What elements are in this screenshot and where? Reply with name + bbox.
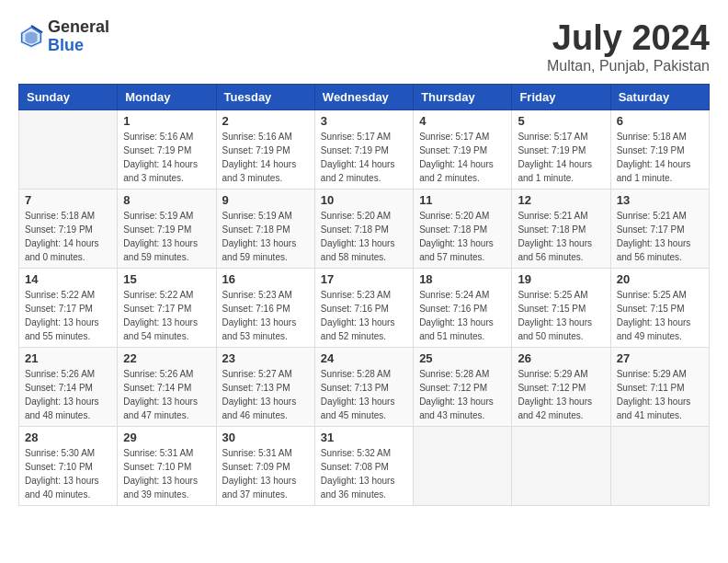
day-info: Sunrise: 5:29 AMSunset: 7:11 PMDaylight:… xyxy=(617,367,703,422)
day-info: Sunrise: 5:22 AMSunset: 7:17 PMDaylight:… xyxy=(25,288,111,343)
day-info: Sunrise: 5:26 AMSunset: 7:14 PMDaylight:… xyxy=(25,367,111,422)
calendar-cell xyxy=(610,427,709,506)
day-info: Sunrise: 5:18 AMSunset: 7:19 PMDaylight:… xyxy=(25,209,111,264)
calendar-week-2: 7Sunrise: 5:18 AMSunset: 7:19 PMDaylight… xyxy=(19,190,710,269)
calendar-cell: 22Sunrise: 5:26 AMSunset: 7:14 PMDayligh… xyxy=(118,348,216,427)
day-number: 20 xyxy=(617,272,703,286)
calendar-cell xyxy=(512,427,610,506)
calendar-cell: 9Sunrise: 5:19 AMSunset: 7:18 PMDaylight… xyxy=(216,190,314,269)
calendar-cell: 28Sunrise: 5:30 AMSunset: 7:10 PMDayligh… xyxy=(19,427,118,506)
day-info: Sunrise: 5:20 AMSunset: 7:18 PMDaylight:… xyxy=(321,209,407,264)
day-number: 10 xyxy=(321,193,407,207)
calendar-cell: 13Sunrise: 5:21 AMSunset: 7:17 PMDayligh… xyxy=(610,190,709,269)
day-number: 6 xyxy=(617,114,703,128)
day-number: 17 xyxy=(321,272,407,286)
day-number: 15 xyxy=(123,272,210,286)
logo-icon xyxy=(18,24,44,50)
calendar-cell: 1Sunrise: 5:16 AMSunset: 7:19 PMDaylight… xyxy=(118,110,216,190)
month-year-title: July 2024 xyxy=(547,18,710,58)
day-number: 1 xyxy=(123,114,210,128)
calendar-cell: 23Sunrise: 5:27 AMSunset: 7:13 PMDayligh… xyxy=(216,348,314,427)
day-info: Sunrise: 5:25 AMSunset: 7:15 PMDaylight:… xyxy=(617,288,703,343)
day-number: 9 xyxy=(222,193,309,207)
calendar-cell: 2Sunrise: 5:16 AMSunset: 7:19 PMDaylight… xyxy=(216,110,314,190)
col-monday: Monday xyxy=(118,85,216,110)
day-number: 3 xyxy=(321,114,407,128)
page-header: General Blue July 2024 Multan, Punjab, P… xyxy=(18,18,710,75)
day-number: 23 xyxy=(222,351,309,365)
day-info: Sunrise: 5:25 AMSunset: 7:15 PMDaylight:… xyxy=(518,288,604,343)
day-number: 22 xyxy=(123,351,210,365)
day-info: Sunrise: 5:30 AMSunset: 7:10 PMDaylight:… xyxy=(25,446,111,501)
day-info: Sunrise: 5:31 AMSunset: 7:10 PMDaylight:… xyxy=(123,446,210,501)
title-block: July 2024 Multan, Punjab, Pakistan xyxy=(547,18,710,75)
calendar-cell: 7Sunrise: 5:18 AMSunset: 7:19 PMDaylight… xyxy=(19,190,118,269)
day-info: Sunrise: 5:28 AMSunset: 7:13 PMDaylight:… xyxy=(321,367,407,422)
calendar-cell: 20Sunrise: 5:25 AMSunset: 7:15 PMDayligh… xyxy=(610,269,709,348)
logo: General Blue xyxy=(18,18,109,55)
day-number: 4 xyxy=(419,114,506,128)
day-info: Sunrise: 5:17 AMSunset: 7:19 PMDaylight:… xyxy=(419,130,506,185)
day-info: Sunrise: 5:17 AMSunset: 7:19 PMDaylight:… xyxy=(518,130,604,185)
calendar-cell: 17Sunrise: 5:23 AMSunset: 7:16 PMDayligh… xyxy=(314,269,413,348)
calendar-header-row: Sunday Monday Tuesday Wednesday Thursday… xyxy=(19,85,710,110)
day-number: 30 xyxy=(222,431,309,444)
day-info: Sunrise: 5:19 AMSunset: 7:18 PMDaylight:… xyxy=(222,209,309,264)
day-number: 18 xyxy=(419,272,506,286)
col-saturday: Saturday xyxy=(610,85,709,110)
day-number: 19 xyxy=(518,272,604,286)
calendar-cell: 3Sunrise: 5:17 AMSunset: 7:19 PMDaylight… xyxy=(314,110,413,190)
day-info: Sunrise: 5:24 AMSunset: 7:16 PMDaylight:… xyxy=(419,288,506,343)
day-info: Sunrise: 5:32 AMSunset: 7:08 PMDaylight:… xyxy=(321,446,407,501)
col-tuesday: Tuesday xyxy=(216,85,314,110)
calendar-cell xyxy=(19,110,118,190)
calendar-cell: 5Sunrise: 5:17 AMSunset: 7:19 PMDaylight… xyxy=(512,110,610,190)
day-number: 27 xyxy=(617,351,703,365)
day-number: 16 xyxy=(222,272,309,286)
calendar-cell: 12Sunrise: 5:21 AMSunset: 7:18 PMDayligh… xyxy=(512,190,610,269)
calendar-cell: 26Sunrise: 5:29 AMSunset: 7:12 PMDayligh… xyxy=(512,348,610,427)
day-number: 21 xyxy=(25,351,111,365)
day-info: Sunrise: 5:18 AMSunset: 7:19 PMDaylight:… xyxy=(617,130,703,185)
calendar-cell: 24Sunrise: 5:28 AMSunset: 7:13 PMDayligh… xyxy=(314,348,413,427)
day-number: 28 xyxy=(25,431,111,444)
calendar-cell: 27Sunrise: 5:29 AMSunset: 7:11 PMDayligh… xyxy=(610,348,709,427)
calendar-cell xyxy=(414,427,512,506)
calendar-cell: 4Sunrise: 5:17 AMSunset: 7:19 PMDaylight… xyxy=(414,110,512,190)
day-number: 13 xyxy=(617,193,703,207)
logo-text: General Blue xyxy=(48,18,109,55)
day-info: Sunrise: 5:16 AMSunset: 7:19 PMDaylight:… xyxy=(222,130,309,185)
calendar-cell: 21Sunrise: 5:26 AMSunset: 7:14 PMDayligh… xyxy=(19,348,118,427)
day-number: 11 xyxy=(419,193,506,207)
calendar-week-4: 21Sunrise: 5:26 AMSunset: 7:14 PMDayligh… xyxy=(19,348,710,427)
col-friday: Friday xyxy=(512,85,610,110)
calendar-cell: 15Sunrise: 5:22 AMSunset: 7:17 PMDayligh… xyxy=(118,269,216,348)
day-number: 25 xyxy=(419,351,506,365)
day-info: Sunrise: 5:16 AMSunset: 7:19 PMDaylight:… xyxy=(123,130,210,185)
col-wednesday: Wednesday xyxy=(314,85,413,110)
calendar-cell: 16Sunrise: 5:23 AMSunset: 7:16 PMDayligh… xyxy=(216,269,314,348)
day-number: 2 xyxy=(222,114,309,128)
logo-blue-text: Blue xyxy=(48,37,109,55)
day-info: Sunrise: 5:31 AMSunset: 7:09 PMDaylight:… xyxy=(222,446,309,501)
calendar-cell: 11Sunrise: 5:20 AMSunset: 7:18 PMDayligh… xyxy=(414,190,512,269)
calendar-table: Sunday Monday Tuesday Wednesday Thursday… xyxy=(18,84,710,506)
calendar-cell: 19Sunrise: 5:25 AMSunset: 7:15 PMDayligh… xyxy=(512,269,610,348)
day-info: Sunrise: 5:28 AMSunset: 7:12 PMDaylight:… xyxy=(419,367,506,422)
logo-general-text: General xyxy=(48,18,109,37)
day-number: 29 xyxy=(123,431,210,444)
day-info: Sunrise: 5:17 AMSunset: 7:19 PMDaylight:… xyxy=(321,130,407,185)
calendar-cell: 18Sunrise: 5:24 AMSunset: 7:16 PMDayligh… xyxy=(414,269,512,348)
day-info: Sunrise: 5:20 AMSunset: 7:18 PMDaylight:… xyxy=(419,209,506,264)
calendar-cell: 6Sunrise: 5:18 AMSunset: 7:19 PMDaylight… xyxy=(610,110,709,190)
col-thursday: Thursday xyxy=(414,85,512,110)
calendar-week-3: 14Sunrise: 5:22 AMSunset: 7:17 PMDayligh… xyxy=(19,269,710,348)
day-number: 7 xyxy=(25,193,111,207)
day-info: Sunrise: 5:26 AMSunset: 7:14 PMDaylight:… xyxy=(123,367,210,422)
calendar-cell: 25Sunrise: 5:28 AMSunset: 7:12 PMDayligh… xyxy=(414,348,512,427)
day-info: Sunrise: 5:21 AMSunset: 7:18 PMDaylight:… xyxy=(518,209,604,264)
calendar-cell: 8Sunrise: 5:19 AMSunset: 7:19 PMDaylight… xyxy=(118,190,216,269)
day-number: 14 xyxy=(25,272,111,286)
calendar-cell: 29Sunrise: 5:31 AMSunset: 7:10 PMDayligh… xyxy=(118,427,216,506)
day-number: 24 xyxy=(321,351,407,365)
